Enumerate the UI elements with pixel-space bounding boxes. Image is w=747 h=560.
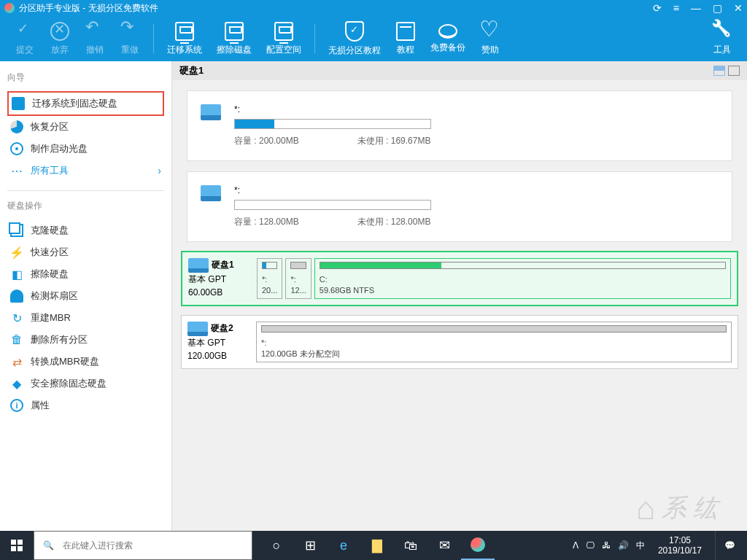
book-icon xyxy=(396,22,415,41)
disk-row-2[interactable]: 硬盘2 基本 GPT 120.00GB *:120.00GB 未分配空间 xyxy=(181,315,738,369)
sidebar-item-wipe[interactable]: ◧擦除硬盘 xyxy=(7,263,164,285)
explorer-button[interactable]: ▇ xyxy=(360,531,394,560)
main-panel: 硬盘1 *: 容量 : 200.00MB 未使用 : 169.67MB *: xyxy=(172,61,747,531)
allocate-icon xyxy=(274,22,293,41)
sidebar-item-quickpart[interactable]: ⚡快速分区 xyxy=(7,241,164,263)
chevron-right-icon: › xyxy=(158,165,161,176)
disk-icon xyxy=(187,322,208,336)
sidebar-item-all-tools[interactable]: ⋯所有工具› xyxy=(7,160,164,182)
trash-icon: 🗑 xyxy=(10,333,23,346)
sidebar-divider xyxy=(7,190,164,191)
partition-app-button[interactable] xyxy=(461,531,495,560)
migrate-os-button[interactable]: 迁移系统 xyxy=(163,20,206,58)
sidebar-item-migrate-ssd[interactable]: 迁移系统到固态硬盘 xyxy=(7,91,164,116)
sidebar-item-rebuildmbr[interactable]: ↻重建MBR xyxy=(7,307,164,329)
notifications-button[interactable]: 💬 xyxy=(715,531,744,560)
cortana-button[interactable]: ○ xyxy=(260,531,293,560)
devices-icon[interactable]: 🖵 xyxy=(586,540,595,551)
x-icon xyxy=(50,22,69,41)
partition-card[interactable]: *: 容量 : 128.00MB 未使用 : 128.00MB xyxy=(187,171,732,242)
clock[interactable]: 17:05 2019/10/17 xyxy=(652,535,708,556)
sidebar-item-secureerase[interactable]: ◆安全擦除固态硬盘 xyxy=(7,373,164,394)
close-button[interactable]: ✕ xyxy=(734,2,743,14)
capacity-label: 容量 : 200.00MB xyxy=(234,135,299,147)
maximize-button[interactable]: ▢ xyxy=(713,2,722,14)
svg-rect-2 xyxy=(11,546,16,551)
edge-button[interactable]: e xyxy=(327,531,360,560)
partition-details: *: 容量 : 128.00MB 未使用 : 128.00MB xyxy=(234,185,719,228)
taskview-button[interactable]: ⊞ xyxy=(293,531,327,560)
partition-block-c[interactable]: C:59.68GB NTFS xyxy=(314,258,731,299)
disk-row-1[interactable]: 硬盘1 基本 GPT 60.00GB *:20... *:12... C:59.… xyxy=(181,251,738,306)
cd-icon xyxy=(10,142,23,155)
store-button[interactable]: 🛍 xyxy=(394,531,427,560)
sidebar-item-deleteall[interactable]: 🗑删除所有分区 xyxy=(7,329,164,351)
list-view-button[interactable] xyxy=(728,66,740,76)
volume-icon[interactable]: 🔊 xyxy=(618,540,629,551)
system-tray: ᐱ 🖵 🖧 🔊 中 17:05 2019/10/17 💬 xyxy=(573,531,747,560)
grid-view-button[interactable] xyxy=(713,66,725,76)
refresh-button[interactable]: ⟳ xyxy=(653,2,662,14)
tutorial-button[interactable]: 教程 xyxy=(391,20,420,58)
copy-icon xyxy=(10,224,23,237)
database-icon xyxy=(438,24,457,39)
allocate-space-button[interactable]: 配置空间 xyxy=(262,20,306,58)
mail-button[interactable]: ✉ xyxy=(427,531,461,560)
partition-block-unallocated[interactable]: *:120.00GB 未分配空间 xyxy=(256,322,732,362)
disk-ops-section-title: 硬盘操作 xyxy=(7,200,164,212)
disk-header-label: 硬盘1 xyxy=(179,64,204,77)
info-icon: i xyxy=(10,399,23,412)
taskbar: 🔍 在此键入进行搜索 ○ ⊞ e ▇ 🛍 ✉ ᐱ 🖵 🖧 🔊 中 17:05 2… xyxy=(0,531,747,560)
partition-name: *: xyxy=(234,104,719,114)
toolbar: 提交 放弃 撤销 重做 迁移系统 擦除磁盘 配置空间 无损分区教程 教程 免费备… xyxy=(0,16,747,61)
usage-bar xyxy=(234,119,431,129)
disk-info: 硬盘1 基本 GPT 60.00GB xyxy=(188,258,254,299)
tools-button[interactable]: 工具 xyxy=(708,20,737,58)
partition-icon xyxy=(201,185,221,201)
undo-button[interactable]: 撤销 xyxy=(80,20,109,58)
windows-icon xyxy=(11,540,23,551)
partition-card[interactable]: *: 容量 : 200.00MB 未使用 : 169.67MB xyxy=(187,90,732,161)
check-icon xyxy=(15,22,34,41)
toolbar-separator xyxy=(314,24,315,53)
svg-rect-1 xyxy=(18,540,23,545)
shield-icon xyxy=(345,21,364,42)
network-icon[interactable]: 🖧 xyxy=(602,540,611,551)
sidebar-item-clone[interactable]: 克隆硬盘 xyxy=(7,219,164,241)
view-toggle xyxy=(713,66,740,76)
partition-block[interactable]: *:20... xyxy=(257,258,282,299)
menu-button[interactable]: ≡ xyxy=(673,2,679,14)
ime-indicator[interactable]: 中 xyxy=(636,540,645,552)
window-controls: ⟳ ≡ — ▢ ✕ xyxy=(653,2,743,14)
start-button[interactable] xyxy=(0,531,34,560)
sidebar-item-bootdisc[interactable]: 制作启动光盘 xyxy=(7,138,164,160)
discard-button[interactable]: 放弃 xyxy=(45,20,74,58)
ssd-icon xyxy=(12,97,25,110)
unused-label: 未使用 : 128.00MB xyxy=(357,216,431,228)
commit-button[interactable]: 提交 xyxy=(10,20,39,58)
tray-expand-button[interactable]: ᐱ xyxy=(573,540,578,551)
wizard-section-title: 向导 xyxy=(7,71,164,84)
secure-erase-icon: ◆ xyxy=(10,377,23,390)
minimize-button[interactable]: — xyxy=(691,2,701,14)
wipe-disk-button[interactable]: 擦除磁盘 xyxy=(212,20,256,58)
sponsor-button[interactable]: 赞助 xyxy=(476,20,505,58)
unused-label: 未使用 : 169.67MB xyxy=(357,135,431,147)
undo-icon xyxy=(85,22,104,41)
sidebar-item-properties[interactable]: i属性 xyxy=(7,394,164,416)
backup-button[interactable]: 免费备份 xyxy=(426,23,470,55)
tutorial-lossless-button[interactable]: 无损分区教程 xyxy=(324,20,385,58)
svg-rect-3 xyxy=(18,546,23,551)
disk-header: 硬盘1 xyxy=(172,61,747,80)
sidebar-item-tombr[interactable]: ⇄转换成MBR硬盘 xyxy=(7,351,164,373)
content-area: 向导 迁移系统到固态硬盘 恢复分区 制作启动光盘 ⋯所有工具› 硬盘操作 克隆硬… xyxy=(0,61,747,531)
erase-icon: ◧ xyxy=(10,268,23,281)
refresh-icon: ↻ xyxy=(10,311,23,324)
sidebar-item-badsector[interactable]: 检测坏扇区 xyxy=(7,285,164,307)
disk-info: 硬盘2 基本 GPT 120.00GB xyxy=(187,322,253,362)
redo-button[interactable]: 重做 xyxy=(115,20,144,58)
search-box[interactable]: 🔍 在此键入进行搜索 xyxy=(34,531,252,560)
window-title: 分区助手专业版 - 无损分区免费软件 xyxy=(19,2,653,15)
partition-block[interactable]: *:12... xyxy=(285,258,311,299)
sidebar-item-recover[interactable]: 恢复分区 xyxy=(7,116,164,138)
